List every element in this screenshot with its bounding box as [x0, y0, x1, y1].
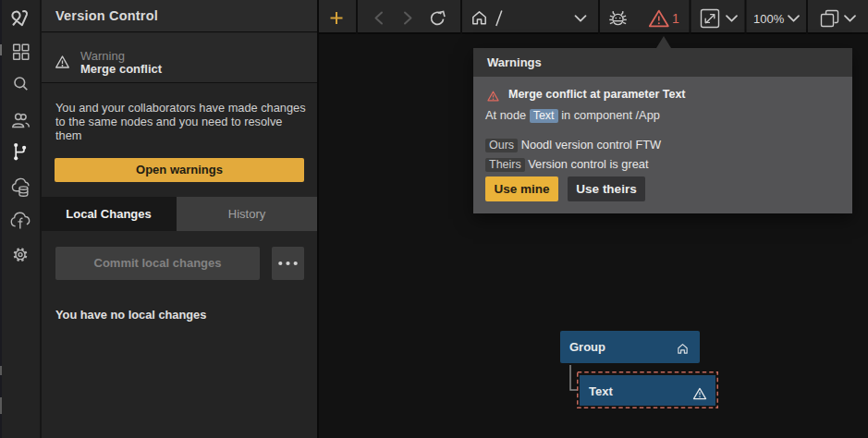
svg-text:1: 1: [672, 11, 679, 26]
svg-text:100%: 100%: [753, 12, 785, 26]
